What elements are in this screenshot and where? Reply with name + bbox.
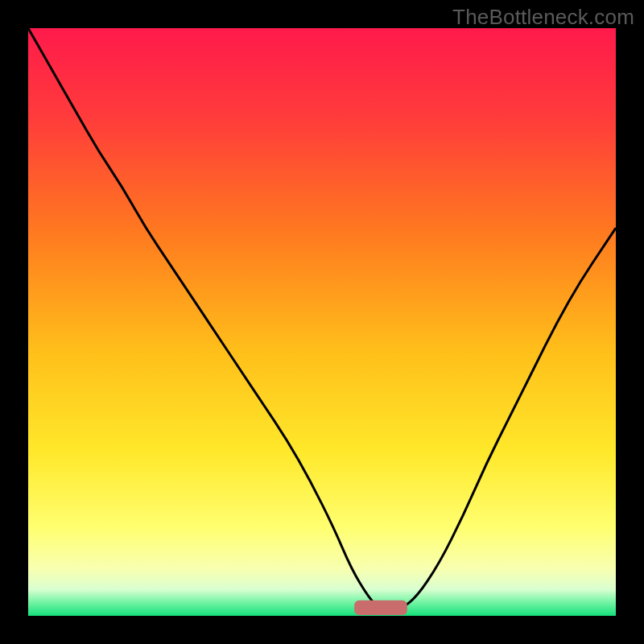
optimal-marker	[354, 601, 407, 615]
chart-container: TheBottleneck.com	[0, 0, 644, 644]
watermark-text: TheBottleneck.com	[452, 5, 634, 30]
bottleneck-chart	[28, 28, 616, 616]
gradient-background	[28, 28, 616, 616]
plot-area	[28, 28, 616, 616]
